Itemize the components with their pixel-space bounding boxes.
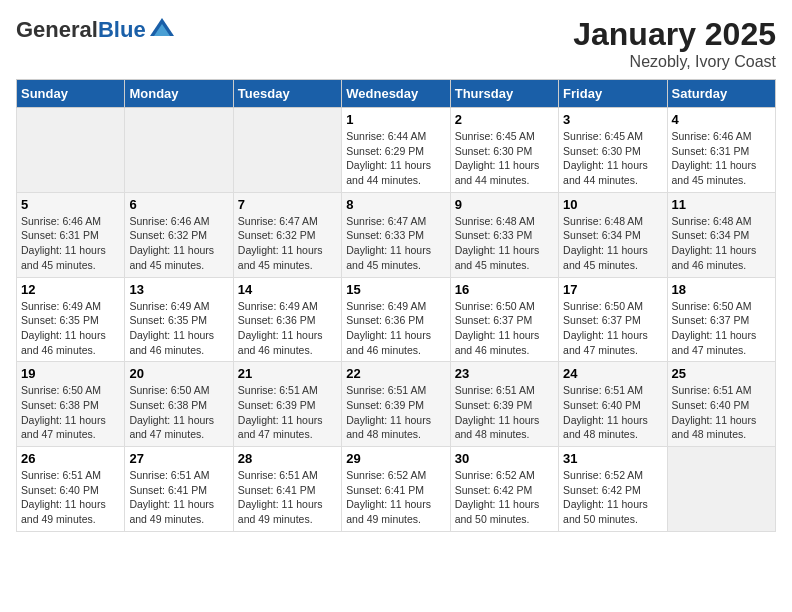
day-info: Sunrise: 6:47 AMSunset: 6:32 PMDaylight:… [238, 214, 337, 273]
day-info: Sunrise: 6:49 AMSunset: 6:36 PMDaylight:… [346, 299, 445, 358]
day-number: 8 [346, 197, 445, 212]
page-title: January 2025 [573, 16, 776, 53]
day-info: Sunrise: 6:49 AMSunset: 6:35 PMDaylight:… [21, 299, 120, 358]
header-day-tuesday: Tuesday [233, 80, 341, 108]
day-number: 21 [238, 366, 337, 381]
day-info: Sunrise: 6:45 AMSunset: 6:30 PMDaylight:… [455, 129, 554, 188]
day-number: 23 [455, 366, 554, 381]
day-info: Sunrise: 6:52 AMSunset: 6:42 PMDaylight:… [455, 468, 554, 527]
day-info: Sunrise: 6:51 AMSunset: 6:40 PMDaylight:… [672, 383, 771, 442]
day-info: Sunrise: 6:46 AMSunset: 6:31 PMDaylight:… [21, 214, 120, 273]
day-number: 19 [21, 366, 120, 381]
day-cell: 7Sunrise: 6:47 AMSunset: 6:32 PMDaylight… [233, 192, 341, 277]
day-cell: 1Sunrise: 6:44 AMSunset: 6:29 PMDaylight… [342, 108, 450, 193]
day-info: Sunrise: 6:49 AMSunset: 6:36 PMDaylight:… [238, 299, 337, 358]
day-info: Sunrise: 6:46 AMSunset: 6:31 PMDaylight:… [672, 129, 771, 188]
day-cell: 5Sunrise: 6:46 AMSunset: 6:31 PMDaylight… [17, 192, 125, 277]
day-number: 29 [346, 451, 445, 466]
day-info: Sunrise: 6:48 AMSunset: 6:34 PMDaylight:… [672, 214, 771, 273]
day-cell: 26Sunrise: 6:51 AMSunset: 6:40 PMDayligh… [17, 447, 125, 532]
day-cell: 3Sunrise: 6:45 AMSunset: 6:30 PMDaylight… [559, 108, 667, 193]
day-info: Sunrise: 6:51 AMSunset: 6:40 PMDaylight:… [563, 383, 662, 442]
day-cell: 18Sunrise: 6:50 AMSunset: 6:37 PMDayligh… [667, 277, 775, 362]
day-info: Sunrise: 6:50 AMSunset: 6:37 PMDaylight:… [563, 299, 662, 358]
day-number: 27 [129, 451, 228, 466]
day-number: 25 [672, 366, 771, 381]
day-info: Sunrise: 6:50 AMSunset: 6:38 PMDaylight:… [129, 383, 228, 442]
day-cell: 28Sunrise: 6:51 AMSunset: 6:41 PMDayligh… [233, 447, 341, 532]
week-row-2: 5Sunrise: 6:46 AMSunset: 6:31 PMDaylight… [17, 192, 776, 277]
header-day-thursday: Thursday [450, 80, 558, 108]
day-cell: 6Sunrise: 6:46 AMSunset: 6:32 PMDaylight… [125, 192, 233, 277]
day-cell: 21Sunrise: 6:51 AMSunset: 6:39 PMDayligh… [233, 362, 341, 447]
day-cell [667, 447, 775, 532]
day-number: 17 [563, 282, 662, 297]
day-info: Sunrise: 6:52 AMSunset: 6:42 PMDaylight:… [563, 468, 662, 527]
day-number: 1 [346, 112, 445, 127]
day-number: 15 [346, 282, 445, 297]
day-cell: 4Sunrise: 6:46 AMSunset: 6:31 PMDaylight… [667, 108, 775, 193]
logo-icon [148, 16, 176, 44]
day-cell: 27Sunrise: 6:51 AMSunset: 6:41 PMDayligh… [125, 447, 233, 532]
day-cell: 24Sunrise: 6:51 AMSunset: 6:40 PMDayligh… [559, 362, 667, 447]
day-cell: 10Sunrise: 6:48 AMSunset: 6:34 PMDayligh… [559, 192, 667, 277]
header-row: SundayMondayTuesdayWednesdayThursdayFrid… [17, 80, 776, 108]
day-number: 14 [238, 282, 337, 297]
header-day-monday: Monday [125, 80, 233, 108]
day-info: Sunrise: 6:44 AMSunset: 6:29 PMDaylight:… [346, 129, 445, 188]
week-row-1: 1Sunrise: 6:44 AMSunset: 6:29 PMDaylight… [17, 108, 776, 193]
day-number: 30 [455, 451, 554, 466]
day-number: 12 [21, 282, 120, 297]
day-cell: 11Sunrise: 6:48 AMSunset: 6:34 PMDayligh… [667, 192, 775, 277]
day-number: 18 [672, 282, 771, 297]
day-cell: 19Sunrise: 6:50 AMSunset: 6:38 PMDayligh… [17, 362, 125, 447]
day-number: 5 [21, 197, 120, 212]
day-info: Sunrise: 6:51 AMSunset: 6:39 PMDaylight:… [346, 383, 445, 442]
day-number: 13 [129, 282, 228, 297]
day-info: Sunrise: 6:52 AMSunset: 6:41 PMDaylight:… [346, 468, 445, 527]
day-info: Sunrise: 6:46 AMSunset: 6:32 PMDaylight:… [129, 214, 228, 273]
calendar-table: SundayMondayTuesdayWednesdayThursdayFrid… [16, 79, 776, 532]
day-info: Sunrise: 6:50 AMSunset: 6:37 PMDaylight:… [672, 299, 771, 358]
day-cell: 14Sunrise: 6:49 AMSunset: 6:36 PMDayligh… [233, 277, 341, 362]
day-number: 28 [238, 451, 337, 466]
day-number: 16 [455, 282, 554, 297]
day-cell: 30Sunrise: 6:52 AMSunset: 6:42 PMDayligh… [450, 447, 558, 532]
day-info: Sunrise: 6:48 AMSunset: 6:34 PMDaylight:… [563, 214, 662, 273]
header-day-sunday: Sunday [17, 80, 125, 108]
day-number: 4 [672, 112, 771, 127]
day-number: 20 [129, 366, 228, 381]
day-cell: 31Sunrise: 6:52 AMSunset: 6:42 PMDayligh… [559, 447, 667, 532]
logo-blue: Blue [98, 17, 146, 42]
day-info: Sunrise: 6:51 AMSunset: 6:39 PMDaylight:… [455, 383, 554, 442]
day-info: Sunrise: 6:50 AMSunset: 6:37 PMDaylight:… [455, 299, 554, 358]
day-info: Sunrise: 6:49 AMSunset: 6:35 PMDaylight:… [129, 299, 228, 358]
day-number: 2 [455, 112, 554, 127]
title-block: January 2025 Nezobly, Ivory Coast [573, 16, 776, 71]
day-cell [17, 108, 125, 193]
week-row-4: 19Sunrise: 6:50 AMSunset: 6:38 PMDayligh… [17, 362, 776, 447]
day-cell: 22Sunrise: 6:51 AMSunset: 6:39 PMDayligh… [342, 362, 450, 447]
day-cell: 29Sunrise: 6:52 AMSunset: 6:41 PMDayligh… [342, 447, 450, 532]
logo: GeneralBlue [16, 16, 176, 44]
day-info: Sunrise: 6:51 AMSunset: 6:41 PMDaylight:… [238, 468, 337, 527]
day-info: Sunrise: 6:51 AMSunset: 6:39 PMDaylight:… [238, 383, 337, 442]
day-cell: 16Sunrise: 6:50 AMSunset: 6:37 PMDayligh… [450, 277, 558, 362]
day-number: 9 [455, 197, 554, 212]
day-number: 31 [563, 451, 662, 466]
day-number: 7 [238, 197, 337, 212]
day-cell: 9Sunrise: 6:48 AMSunset: 6:33 PMDaylight… [450, 192, 558, 277]
day-number: 6 [129, 197, 228, 212]
day-cell: 13Sunrise: 6:49 AMSunset: 6:35 PMDayligh… [125, 277, 233, 362]
day-info: Sunrise: 6:51 AMSunset: 6:41 PMDaylight:… [129, 468, 228, 527]
day-cell: 2Sunrise: 6:45 AMSunset: 6:30 PMDaylight… [450, 108, 558, 193]
day-cell: 20Sunrise: 6:50 AMSunset: 6:38 PMDayligh… [125, 362, 233, 447]
day-info: Sunrise: 6:45 AMSunset: 6:30 PMDaylight:… [563, 129, 662, 188]
day-info: Sunrise: 6:50 AMSunset: 6:38 PMDaylight:… [21, 383, 120, 442]
day-cell: 8Sunrise: 6:47 AMSunset: 6:33 PMDaylight… [342, 192, 450, 277]
day-info: Sunrise: 6:47 AMSunset: 6:33 PMDaylight:… [346, 214, 445, 273]
page-header: GeneralBlue January 2025 Nezobly, Ivory … [16, 16, 776, 71]
day-cell: 25Sunrise: 6:51 AMSunset: 6:40 PMDayligh… [667, 362, 775, 447]
header-day-saturday: Saturday [667, 80, 775, 108]
day-number: 10 [563, 197, 662, 212]
